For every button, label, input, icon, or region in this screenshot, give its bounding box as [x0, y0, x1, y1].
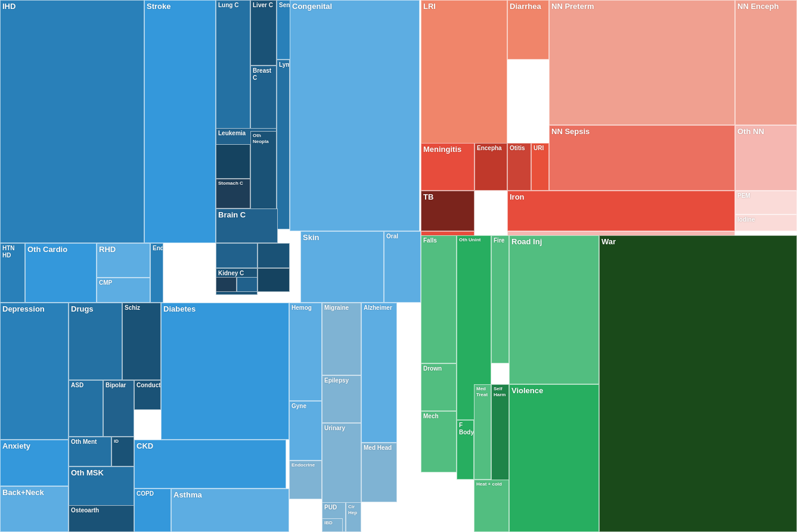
tile-label: Urinary — [322, 424, 347, 433]
tile-label: Med Treat — [475, 385, 491, 399]
tile-road-inj: Road Inj — [509, 235, 599, 384]
tile-label: Oth NN — [736, 126, 766, 138]
tile-med-treat: Med Treat — [474, 384, 491, 480]
treemap-container: IHDStrokeLung CLiver CSenseBreast CColor… — [0, 0, 797, 532]
tile-label: COPD — [135, 489, 156, 499]
tile-label: CKD — [135, 440, 155, 452]
tile-stomach-c: Stomach C — [216, 179, 250, 209]
tile-stroke: Stroke — [144, 0, 216, 243]
tile-migraine: Migraine — [322, 303, 361, 375]
tile-heat-+-cold: Heat + cold — [474, 480, 509, 532]
tile-label: Asthma — [172, 489, 204, 501]
tile-pem: PEM — [735, 191, 797, 214]
tile-label: Meningitis — [421, 144, 463, 155]
tile-label: LRI — [421, 1, 438, 13]
tile-label: Encepha — [475, 144, 504, 153]
tile-fire: Fire — [491, 235, 509, 363]
tile-lung-c: Lung C — [216, 0, 250, 131]
tile-label: TB — [421, 191, 435, 203]
tile-label: Skin — [301, 232, 321, 244]
tile-label: Oth Ment — [69, 437, 98, 447]
tile-ibd: IBD — [322, 518, 343, 532]
tile-endocrine: Endocrine — [289, 461, 322, 499]
tile-label: NN Preterm — [550, 1, 596, 13]
tile-label: Cir Hep — [346, 503, 361, 517]
tile-label: Schiz — [123, 303, 142, 313]
tile-label: Epilepsy — [322, 376, 351, 385]
tile-ihd: IHD — [0, 0, 144, 243]
tile-alzheimer: Alzheimer — [361, 303, 397, 443]
tile-label: Drown — [421, 364, 444, 374]
tile-label: HTN HD — [1, 244, 24, 260]
tile-copd: COPD — [134, 489, 171, 532]
tile-label: Fire — [492, 236, 506, 245]
tile-label: Road Inj — [510, 236, 544, 248]
tile-violence: Violence — [509, 384, 599, 532]
tile-unnamed — [216, 277, 237, 292]
tile-bipolar: Bipolar — [103, 380, 134, 437]
tile-label: ID — [112, 437, 120, 446]
tile-label: Oth Neopla — [251, 132, 276, 145]
tile-tb: TB — [421, 191, 475, 231]
tile-label: Diabetes — [162, 303, 197, 315]
tile-label: IHD — [1, 1, 17, 13]
tile-label: Stomach C — [216, 179, 245, 188]
tile-label: Heat + cold — [475, 480, 504, 489]
tile-label: Brain C — [216, 209, 247, 221]
tile-diabetes: Diabetes — [161, 303, 289, 440]
tile-label: Osteoarth — [69, 506, 101, 515]
tile-asthma: Asthma — [171, 489, 289, 532]
tile-label: Breast C — [251, 66, 276, 83]
tile-iron: Iron — [507, 191, 735, 231]
tile-endocar: Endocar — [150, 243, 163, 303]
tile-asd: ASD — [69, 380, 103, 437]
tile-label: Oral — [384, 232, 400, 241]
tile-label: Falls — [421, 236, 439, 245]
tile-label: PEM — [736, 191, 752, 201]
tile-htn-hd: HTN HD — [0, 243, 25, 303]
tile-iodine: Iodine — [735, 214, 797, 231]
tile-label: Stroke — [145, 1, 172, 13]
tile-diarrhea: Diarrhea — [507, 0, 549, 60]
tile-label: Iron — [508, 191, 526, 203]
tile-label: Otitis — [508, 144, 527, 153]
tile-label: RHD — [97, 244, 117, 256]
tile-ckd: CKD — [134, 440, 286, 489]
tile-gyne: Gyne — [289, 401, 322, 461]
tile-epilepsy: Epilepsy — [322, 375, 361, 423]
tile-label: CMP — [97, 278, 114, 288]
tile-label: NN Enceph — [736, 1, 780, 13]
tile-label: Lymphoma — [277, 60, 290, 70]
tile-label: Diarrhea — [508, 1, 543, 13]
tile-label: URI — [532, 144, 545, 153]
tile-breast-c: Breast C — [250, 66, 277, 131]
tile-label: PUD — [322, 503, 339, 512]
tile-cir-hep: Cir Hep — [346, 502, 361, 532]
tile-med-head: Med Head — [361, 443, 397, 502]
tile-label: Endocrine — [290, 461, 317, 469]
tile-osteoarth: Osteoarth — [69, 505, 134, 532]
tile-otitis: Otitis — [507, 143, 531, 191]
tile-label: Bipolar — [104, 381, 128, 390]
tile-depression: Depression — [0, 303, 69, 440]
tile-label: Med Head — [362, 443, 393, 453]
tile-hemog: Hemog — [289, 303, 322, 401]
tile-rhd: RHD — [97, 243, 150, 278]
tile-f-body: F Body — [457, 420, 474, 480]
tile-encepha: Encepha — [475, 143, 507, 191]
tile-label: NN Sepsis — [550, 126, 591, 138]
tile-unnamed — [258, 268, 290, 292]
tile-label: Self Harm — [492, 385, 508, 399]
tile-war: War — [599, 235, 797, 532]
tile-label: Endocar — [151, 244, 163, 253]
tile-falls: Falls — [421, 235, 457, 363]
tile-id: ID — [111, 437, 134, 466]
tile-meningitis: Meningitis — [421, 143, 475, 191]
tile-cmp: CMP — [97, 278, 150, 303]
tile-drown: Drown — [421, 363, 457, 411]
tile-label: Migraine — [322, 303, 351, 313]
tile-mech: Mech — [421, 411, 457, 472]
tile-label: ASD — [69, 381, 85, 390]
tile-unnamed — [258, 243, 290, 268]
tile-label: Leukemia — [216, 129, 247, 138]
